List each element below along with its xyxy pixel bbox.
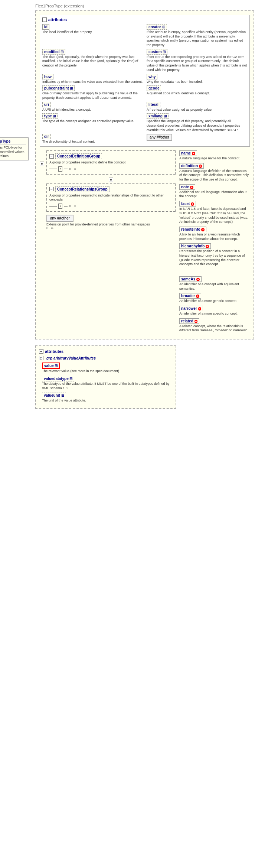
connector-line2 — [64, 169, 68, 169]
crg-multiplicity: • — [58, 204, 62, 209]
attr-xmllang-name[interactable]: xmllang ⊞ — [147, 113, 169, 119]
right-note-desc: Additional natural language information … — [179, 190, 250, 199]
bottom-attr-title: attributes — [45, 349, 63, 354]
attr-anyother: any ##other — [147, 134, 247, 144]
right-name-desc: A natural language name for the concept. — [179, 156, 250, 161]
crg-occurrence: 0...∞ — [69, 204, 76, 208]
attr-type-name[interactable]: type ⊞ — [42, 113, 58, 119]
arbitrary-group-expand[interactable]: □ — [39, 356, 43, 360]
bottom-valueunit-name[interactable]: valueunit ⊞ — [42, 393, 66, 398]
attr-uri-name[interactable]: uri — [42, 102, 51, 107]
middle-connector-dot: ● — [109, 178, 113, 182]
right-related-desc: A related concept, where the relationshi… — [179, 324, 250, 333]
connector-line1 — [49, 169, 57, 169]
bottom-valuedatatype-desc: The datatype of the value attribute; it … — [42, 382, 173, 390]
concept-relationships-group-box: − ConceptRelationshipsGroup A group of p… — [46, 183, 176, 212]
right-item-note: note + Additional natural language infor… — [179, 184, 250, 199]
attr-why-desc: Why the metadata has been included. — [147, 80, 247, 84]
bottom-attr-valuedatatype: valuedatatype ⊞ The datatype of the valu… — [39, 376, 173, 390]
bottom-attr-expand[interactable]: − — [39, 349, 43, 354]
right-related-label[interactable]: related + — [179, 318, 199, 324]
crg-desc: A group of properties required to indica… — [49, 194, 173, 202]
left-label-title: FlextExtPropType — [0, 139, 26, 144]
right-remoteinfo-desc: A link to an item or a web resource whic… — [179, 233, 250, 241]
right-narrower-desc: An identifier of a more specific concept… — [179, 312, 250, 316]
right-item-remoteinfo: remoteInfo + A link to an item or a web … — [179, 227, 250, 241]
any-other-bottom-label: any ##other — [46, 215, 73, 222]
attr-how-name[interactable]: how — [42, 74, 53, 79]
main-container: Flex1PropType (extension) − attributes i… — [0, 0, 255, 413]
any-other-bottom-area: any ##other Extension point for provide-… — [46, 215, 176, 230]
attr-custom-name[interactable]: custom ⊞ — [147, 49, 167, 55]
attr-pubconstraint-name[interactable]: pubconstraint ⊞ — [42, 85, 75, 91]
attr-why: why Why the metadata has been included. — [147, 74, 247, 84]
attr-literal-desc: A free-text value assigned as property v… — [147, 108, 247, 112]
attr-why-name[interactable]: why — [147, 74, 157, 79]
attr-how: how Indicates by which means the value w… — [42, 74, 143, 84]
attributes-expand-icon[interactable]: − — [42, 17, 47, 22]
attr-qcode: qcode A qualified code which identifies … — [147, 85, 247, 100]
cdg-connector: • 0...∞ — [49, 166, 173, 172]
bottom-valueunit-desc: The unit of the value attribute. — [42, 399, 173, 403]
attr-type-desc: The type of the concept assigned as cont… — [42, 119, 143, 124]
attr-qcode-name[interactable]: qcode — [147, 85, 161, 91]
attr-id-name[interactable]: id — [42, 24, 49, 30]
crg-expand-icon[interactable]: − — [49, 187, 54, 191]
attr-modified: modified ⊞ The date (and, optionally, th… — [42, 49, 143, 72]
attr-custom: custom ⊞ If set to true the correspondin… — [147, 49, 247, 72]
attr-id: id The local identifier of the property. — [42, 24, 143, 48]
attr-literal: literal A free-text value assigned as pr… — [147, 102, 247, 112]
right-definition-label[interactable]: definition + — [179, 163, 204, 169]
any-other-bottom-desc: Extension point for provide-defined prop… — [46, 222, 176, 226]
connector-vline — [42, 166, 42, 181]
left-label-box: FlextExtPropType Flexible generic PCL-ty… — [0, 137, 29, 160]
attr-literal-name[interactable]: literal — [147, 102, 160, 107]
right-hierarchyinfo-label[interactable]: hierarchyInfo + — [179, 243, 211, 249]
cdg-expand-icon[interactable]: − — [49, 154, 54, 159]
right-note-label[interactable]: note + — [179, 184, 195, 190]
bottom-attributes-section: − attributes □ grp arbitraryValueAttribu… — [35, 345, 176, 409]
crg-header: − ConceptRelationshipsGroup — [49, 186, 173, 192]
right-remoteinfo-label[interactable]: remoteInfo + — [179, 227, 206, 232]
right-hierarchyinfo-desc: Represents the position of a concept in … — [179, 249, 250, 267]
crg-connector-line2 — [64, 206, 68, 207]
cdg-desc: A group of properties required to define… — [49, 160, 173, 165]
attr-modified-desc: The date (and, optionally, the time) whe… — [42, 55, 143, 68]
bottom-value-name[interactable]: value ⊞ — [42, 363, 60, 369]
bottom-attr-value: value ⊞ The relevant value (see more in … — [39, 363, 173, 374]
right-broader-label[interactable]: broader + — [179, 293, 201, 299]
arbitrary-group-row: □ grp arbitraryValueAttributes — [39, 356, 173, 360]
crg-connector: • 0...∞ — [49, 204, 173, 209]
right-spacer — [179, 269, 250, 276]
attr-dir-name[interactable]: dir — [42, 134, 51, 139]
attr-modified-name[interactable]: modified ⊞ — [42, 49, 65, 55]
attr-type: type ⊞ The type of the concept assigned … — [42, 113, 143, 132]
center-right-area: − ConceptDefinitionGroup A group of prop… — [46, 150, 250, 335]
connector-dot: ● — [40, 162, 44, 166]
outer-extension-box: − attributes id The local identifier of … — [35, 10, 254, 339]
attr-creator-name[interactable]: creator ⊞ — [147, 24, 167, 30]
attr-xmllang: xmllang ⊞ Specifies the language of this… — [147, 113, 247, 132]
right-item-narrower: narrower + An identifier of a more speci… — [179, 306, 250, 316]
attr-id-desc: The local identifier of the property. — [42, 30, 143, 35]
attr-creator-desc: If the attribute is empty, specifies whi… — [147, 30, 247, 48]
right-name-label[interactable]: name + — [179, 150, 197, 156]
right-item-definition: definition + A natural language definiti… — [179, 163, 250, 182]
right-facet-desc: In NAR 1.8 and later, facet is deprecate… — [179, 207, 250, 224]
right-item-broader: broader + An identifier of a more generi… — [179, 293, 250, 303]
right-sameas-label[interactable]: sameAs + — [179, 276, 202, 282]
arbitrary-group-label: grp arbitraryValueAttributes — [46, 356, 96, 360]
right-narrower-label[interactable]: narrower + — [179, 306, 203, 311]
right-item-sameas: sameAs + An identifier of a concept with… — [179, 276, 250, 291]
cdg-multiplicity: • — [58, 166, 62, 172]
any-other-bottom-occ: 0...∞ — [46, 226, 176, 230]
concept-definition-group-box: − ConceptDefinitionGroup A group of prop… — [46, 150, 176, 175]
cdg-name[interactable]: ConceptDefinitionGroup — [55, 153, 102, 159]
attr-qcode-desc: A qualified code which identifies a conc… — [147, 91, 247, 96]
bottom-valuedatatype-name[interactable]: valuedatatype ⊞ — [42, 376, 74, 381]
attr-anyother-label: any ##other — [147, 134, 172, 141]
crg-connector-line1 — [49, 206, 57, 207]
right-item-facet: facet + In NAR 1.8 and later, facet is d… — [179, 201, 250, 224]
right-facet-label[interactable]: facet + — [179, 201, 196, 207]
crg-name[interactable]: ConceptRelationshipsGroup — [55, 186, 109, 192]
